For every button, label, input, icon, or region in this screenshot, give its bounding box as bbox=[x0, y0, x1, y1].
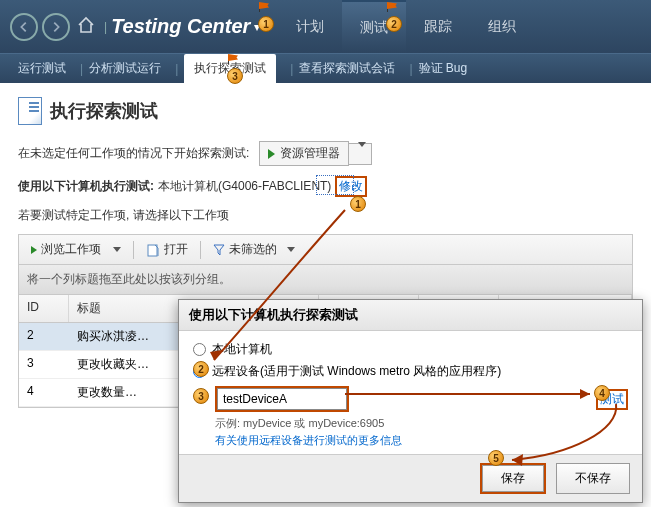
group-by-hint: 将一个列标题拖至此处以按该列分组。 bbox=[18, 265, 633, 295]
callout-flag: 2 bbox=[384, 10, 406, 32]
radio-local-label: 本地计算机 bbox=[212, 341, 272, 358]
tab-track[interactable]: 跟踪 bbox=[406, 0, 470, 53]
play-icon bbox=[31, 246, 37, 254]
machine-value: 本地计算机(G4006-FABCLIENT) bbox=[158, 178, 331, 195]
subnav-review[interactable]: 查看探索测试会话 bbox=[299, 60, 395, 77]
explorer-button[interactable]: 资源管理器 bbox=[259, 141, 349, 166]
open-button[interactable]: 打开 bbox=[140, 239, 194, 260]
app-header: | Testing Center ▾ 计划 测试 跟踪 组织 bbox=[0, 0, 651, 53]
save-button[interactable]: 保存 bbox=[482, 465, 544, 492]
dialog-title: 使用以下计算机执行探索测试 bbox=[179, 300, 642, 331]
grid-toolbar: 浏览工作项 打开 未筛选的 bbox=[18, 234, 633, 265]
tab-plan[interactable]: 计划 bbox=[278, 0, 342, 53]
machine-dialog: 使用以下计算机执行探索测试 本地计算机 远程设备(适用于测试 Windows m… bbox=[178, 299, 643, 503]
subnav-verify[interactable]: 验证 Bug bbox=[419, 60, 468, 77]
explorer-dropdown[interactable] bbox=[349, 143, 372, 165]
callout-badge: 4 bbox=[594, 385, 610, 401]
browse-button[interactable]: 浏览工作项 bbox=[25, 239, 127, 260]
callout-badge: 3 bbox=[193, 388, 209, 404]
svg-rect-0 bbox=[148, 245, 157, 256]
machine-label: 使用以下计算机执行测试: bbox=[18, 178, 154, 195]
page-title: 执行探索测试 bbox=[50, 99, 158, 123]
pick-label: 若要测试特定工作项, 请选择以下工作项 bbox=[18, 207, 229, 224]
page-icon bbox=[18, 97, 42, 125]
open-icon bbox=[146, 243, 160, 257]
callout-badge: 1 bbox=[350, 196, 366, 212]
callout-flag: 1 bbox=[256, 10, 278, 32]
start-label: 在未选定任何工作项的情况下开始探索测试: bbox=[18, 145, 249, 162]
funnel-icon bbox=[213, 244, 225, 256]
forward-button[interactable] bbox=[42, 13, 70, 41]
device-hint: 示例: myDevice 或 myDevice:6905 bbox=[215, 416, 628, 431]
dontsave-button[interactable]: 不保存 bbox=[556, 463, 630, 494]
filter-button[interactable]: 未筛选的 bbox=[207, 239, 301, 260]
app-title: Testing Center bbox=[111, 15, 250, 38]
callout-flag: 3 bbox=[225, 62, 247, 84]
device-input[interactable] bbox=[217, 388, 347, 410]
subnav-analyze[interactable]: 分析测试运行 bbox=[89, 60, 161, 77]
play-icon bbox=[268, 149, 275, 159]
focus-outline bbox=[316, 175, 354, 195]
tab-org[interactable]: 组织 bbox=[470, 0, 534, 53]
home-button[interactable] bbox=[76, 15, 96, 38]
subnav-run[interactable]: 运行测试 bbox=[18, 60, 66, 77]
info-link[interactable]: 有关使用远程设备进行测试的更多信息 bbox=[215, 433, 628, 448]
col-id[interactable]: ID bbox=[19, 295, 69, 322]
callout-badge: 2 bbox=[193, 361, 209, 377]
radio-remote-label: 远程设备(适用于测试 Windows metro 风格的应用程序) bbox=[212, 363, 501, 380]
callout-badge: 5 bbox=[488, 450, 504, 466]
back-button[interactable] bbox=[10, 13, 38, 41]
sub-nav: 运行测试 | 分析测试运行 | 执行探索测试 | 查看探索测试会话 | 验证 B… bbox=[0, 53, 651, 83]
radio-local[interactable] bbox=[193, 343, 206, 356]
